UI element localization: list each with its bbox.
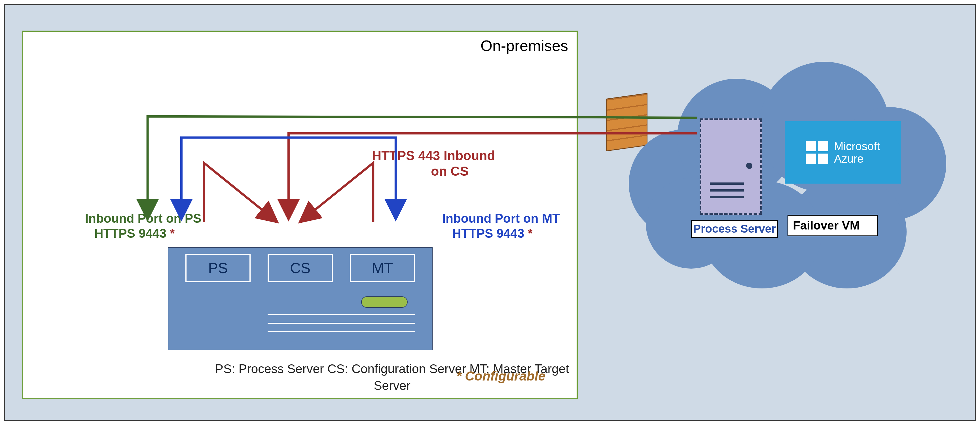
server-vent [267, 331, 415, 332]
azure-cloud: Process Server Microsoft Azure Failover … [629, 56, 955, 289]
on-premises-container: On-premises PS CS MT Inbound Port on PS … [22, 30, 578, 399]
asterisk-icon: * [170, 227, 175, 240]
label-inbound-mt: Inbound Port on MT HTTPS 9443 * [414, 196, 560, 256]
label-inbound-ps: Inbound Port on PS HTTPS 9443 * [57, 196, 201, 256]
on-premises-title: On-premises [480, 37, 568, 54]
server-vent [710, 189, 744, 192]
server-vent [710, 182, 744, 185]
slot-ps: PS [185, 254, 251, 282]
slot-cs: CS [267, 254, 333, 282]
label-inbound-cs: HTTPS 443 Inbound on CS [372, 148, 495, 179]
slot-mt: MT [350, 254, 415, 282]
outer-border: On-premises PS CS MT Inbound Port on PS … [4, 4, 976, 421]
label-inbound-mt-text: Inbound Port on MT HTTPS 9443 [442, 211, 560, 240]
failover-vm-label: Failover VM [788, 215, 878, 236]
windows-logo-icon [806, 141, 828, 164]
label-inbound-ps-text: Inbound Port on PS HTTPS 9443 [84, 211, 201, 240]
configuration-server-appliance: PS CS MT [168, 247, 433, 350]
server-indicator [361, 297, 408, 308]
server-vent [710, 196, 744, 198]
azure-brand-text: Microsoft Azure [834, 140, 880, 165]
server-vent [267, 314, 415, 316]
server-vent [267, 323, 415, 324]
server-light-icon [746, 163, 752, 169]
diagram-canvas: On-premises PS CS MT Inbound Port on PS … [0, 0, 980, 425]
azure-process-server-icon [700, 119, 762, 215]
azure-tile: Microsoft Azure [785, 121, 901, 184]
configurable-note: * Configurable [457, 368, 546, 384]
azure-process-server-label: Process Server [691, 220, 778, 238]
azure-brand-bottom: Azure [834, 152, 880, 165]
azure-brand-top: Microsoft [834, 140, 880, 152]
asterisk-icon: * [528, 227, 533, 240]
